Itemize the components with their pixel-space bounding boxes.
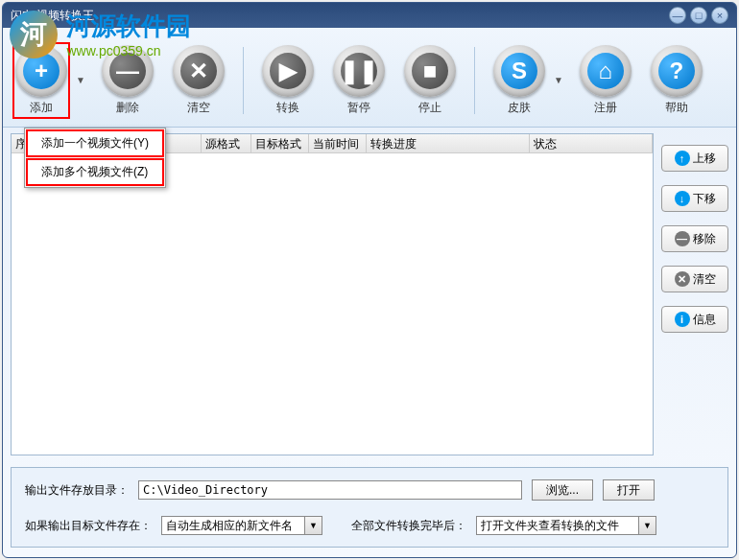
play-icon: ▶ xyxy=(262,45,314,97)
move-up-button[interactable]: ↑上移 xyxy=(661,145,728,172)
close-button[interactable]: × xyxy=(711,7,728,24)
convert-button[interactable]: ▶ 转换 xyxy=(259,42,317,119)
clear-side-button[interactable]: ✕清空 xyxy=(661,266,728,292)
output-row: 输出文件存放目录： 浏览... 打开 xyxy=(25,479,714,501)
skin-icon: S xyxy=(493,45,545,97)
remove-button[interactable]: —移除 xyxy=(661,225,728,252)
arrow-up-icon: ↑ xyxy=(675,151,690,166)
x-icon: ✕ xyxy=(675,271,690,287)
info-button[interactable]: i信息 xyxy=(661,306,728,333)
side-buttons: ↑上移 ↓下移 —移除 ✕清空 i信息 xyxy=(661,133,728,455)
after-select-arrow[interactable]: ▼ xyxy=(639,516,656,535)
open-button[interactable]: 打开 xyxy=(603,479,655,501)
add-multiple-files-item[interactable]: 添加多个视频文件(Z) xyxy=(26,158,164,186)
home-icon: ⌂ xyxy=(580,45,632,97)
titlebar[interactable]: 闪电·视频转换王 — □ × xyxy=(3,3,736,28)
minus-icon: — xyxy=(675,231,690,246)
help-icon: ? xyxy=(651,45,703,97)
add-dropdown-arrow[interactable]: ▼ xyxy=(76,75,85,85)
col-progress[interactable]: 转换进度 xyxy=(367,134,530,152)
minimize-button[interactable]: — xyxy=(669,7,686,24)
toolbar-separator xyxy=(474,47,475,114)
skin-dropdown-arrow[interactable]: ▼ xyxy=(554,75,563,85)
output-dir-label: 输出文件存放目录： xyxy=(25,482,129,499)
after-select[interactable] xyxy=(476,516,639,535)
register-button[interactable]: ⌂ 注册 xyxy=(577,42,634,119)
add-icon: + xyxy=(15,45,67,97)
bottom-panel: 输出文件存放目录： 浏览... 打开 如果输出目标文件存在： ▼ 全部文件转换完… xyxy=(11,467,728,548)
window-title: 闪电·视频转换王 xyxy=(11,8,669,24)
pause-icon: ❚❚ xyxy=(333,45,385,97)
add-dropdown-menu: 添加一个视频文件(Y) 添加多个视频文件(Z) xyxy=(24,128,166,188)
col-status[interactable]: 状态 xyxy=(530,134,653,152)
col-srcfmt[interactable]: 源格式 xyxy=(202,134,251,152)
help-button[interactable]: ? 帮助 xyxy=(648,42,705,119)
main-window: 闪电·视频转换王 — □ × + 添加 ▼ — 删除 ✕ 清空 ▶ 转换 ❚❚ … xyxy=(2,2,737,558)
options-row: 如果输出目标文件存在： ▼ 全部文件转换完毕后： ▼ xyxy=(25,516,714,535)
stop-icon: ■ xyxy=(404,45,456,97)
clear-icon: ✕ xyxy=(173,45,225,97)
skin-button[interactable]: S 皮肤 xyxy=(490,42,548,119)
browse-button[interactable]: 浏览... xyxy=(532,479,593,501)
delete-button[interactable]: — 删除 xyxy=(99,42,156,119)
add-one-file-item[interactable]: 添加一个视频文件(Y) xyxy=(26,129,164,157)
move-down-button[interactable]: ↓下移 xyxy=(661,185,728,212)
col-tgtfmt[interactable]: 目标格式 xyxy=(251,134,309,152)
toolbar-separator xyxy=(243,47,244,114)
maximize-button[interactable]: □ xyxy=(690,7,707,24)
col-curtime[interactable]: 当前时间 xyxy=(309,134,367,152)
exist-label: 如果输出目标文件存在： xyxy=(25,518,152,534)
clear-button[interactable]: ✕ 清空 xyxy=(170,42,227,119)
info-icon: i xyxy=(675,312,690,327)
delete-icon: — xyxy=(102,45,154,97)
titlebar-buttons: — □ × xyxy=(669,7,728,24)
exist-select[interactable] xyxy=(161,516,305,535)
table-body[interactable] xyxy=(12,153,653,455)
toolbar: + 添加 ▼ — 删除 ✕ 清空 ▶ 转换 ❚❚ 暂停 ■ 停止 S 皮肤 ▼ xyxy=(3,28,736,128)
add-button[interactable]: + 添加 xyxy=(12,42,70,119)
after-label: 全部文件转换完毕后： xyxy=(351,518,466,534)
stop-button[interactable]: ■ 停止 xyxy=(401,42,459,119)
output-dir-input[interactable] xyxy=(138,480,522,500)
pause-button[interactable]: ❚❚ 暂停 xyxy=(330,42,388,119)
arrow-down-icon: ↓ xyxy=(675,191,690,206)
exist-select-arrow[interactable]: ▼ xyxy=(305,516,322,535)
